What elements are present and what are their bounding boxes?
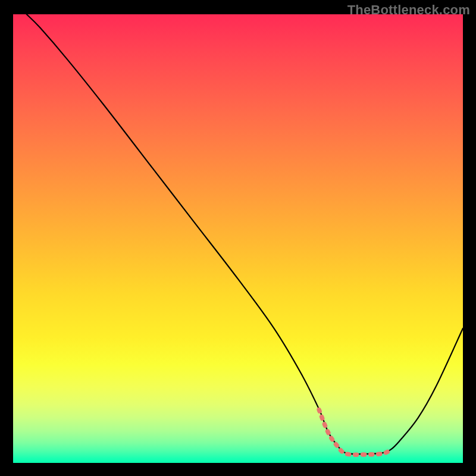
watermark-text: TheBottleneck.com — [347, 2, 470, 18]
valley-highlight — [319, 410, 391, 455]
chart-frame: TheBottleneck.com — [0, 0, 476, 476]
bottleneck-curve — [27, 14, 463, 454]
plot-area — [13, 14, 463, 463]
curve-layer — [13, 14, 463, 463]
